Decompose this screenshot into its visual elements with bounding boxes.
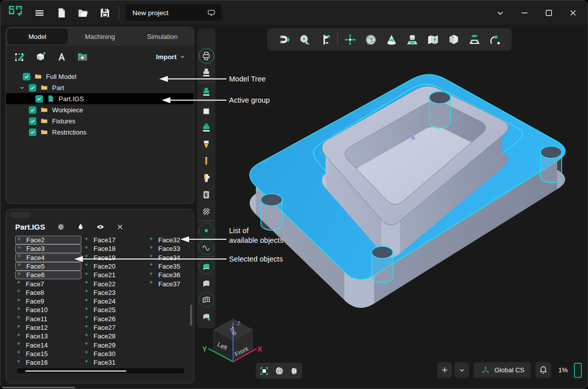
axis-y-label: Y [202, 345, 207, 353]
status-bar: Global CS 1% [437, 362, 582, 378]
chevron-down-icon [457, 365, 467, 375]
shaded-sphere-icon [274, 366, 285, 376]
notifications-button[interactable] [535, 362, 551, 378]
progress-value: 1% [558, 366, 568, 374]
fit-view-button[interactable] [258, 364, 271, 377]
battery-indicator [574, 363, 582, 378]
view-cube[interactable]: Z Top Left Front Y X [200, 316, 264, 373]
shaded-view-button[interactable] [273, 364, 286, 377]
axis-z-label: Z [237, 320, 241, 326]
hole-east [540, 146, 562, 183]
coordinate-system-icon [480, 365, 491, 375]
material-cylinder-icon [289, 366, 299, 376]
3d-viewport-model[interactable] [1, 1, 588, 389]
cs-label: Global CS [494, 366, 524, 374]
material-view-button[interactable] [288, 364, 301, 377]
add-cs-button[interactable] [437, 362, 452, 378]
view-mode-buttons [256, 363, 302, 379]
hole-west [261, 194, 282, 230]
app-window: New project ModelMachiningSimulation Imp… [0, 0, 588, 389]
axis-x-label: X [257, 345, 262, 353]
window-resize-edge[interactable] [1, 387, 75, 388]
global-cs-button[interactable]: Global CS [474, 362, 531, 378]
fit-view-icon [259, 366, 269, 376]
cs-dropdown-button[interactable] [455, 362, 469, 378]
plus-icon [439, 365, 450, 375]
hole-south [372, 246, 393, 283]
hole-north [429, 92, 450, 128]
bell-icon [538, 365, 549, 375]
